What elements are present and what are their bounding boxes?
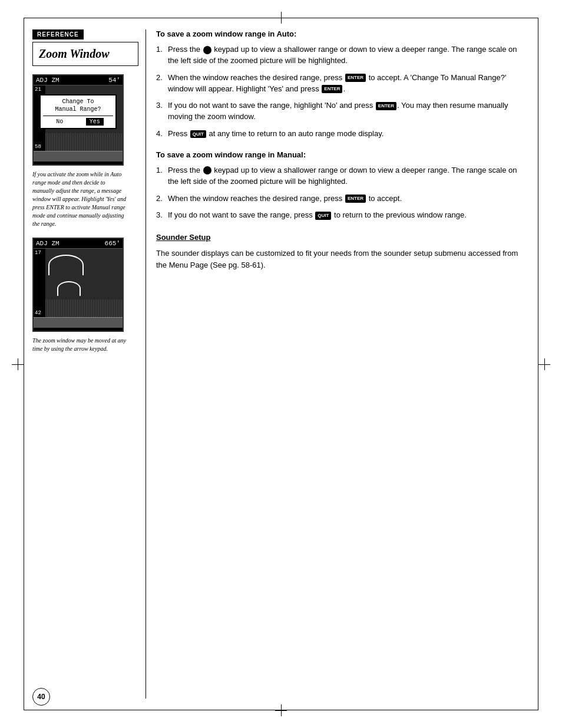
screen2-header-left: ADJ ZM [36, 240, 59, 247]
manual-steps: 1. Press the keypad up to view a shallow… [156, 165, 530, 221]
quit-badge-1: QUIT [190, 130, 206, 139]
keypad-icon-1 [203, 46, 211, 54]
screen1-container: ADJ ZM 54' 21 58 Change To Manual Range? [32, 74, 127, 228]
reference-tag: REFERENCE [32, 29, 84, 39]
auto-step-4: 4. Press QUIT at any time to return to a… [156, 129, 530, 140]
dialog-line1: Change To [43, 98, 113, 106]
dialog-line2: Manual Range? [43, 106, 113, 113]
enter-badge-3: ENTER [376, 102, 396, 110]
manual-step-2: 2. When the window reaches the desired r… [156, 193, 530, 205]
auto-steps: 1. Press the keypad up to view a shallow… [156, 44, 530, 140]
right-column: To save a zoom window range in Auto: 1. … [150, 29, 530, 699]
dialog-yes-btn: Yes [86, 118, 104, 126]
screen1-bottom-bar [34, 151, 123, 162]
page-border-left [24, 18, 24, 710]
screen2-noise [45, 299, 123, 317]
arch-large [48, 255, 84, 275]
auto-step-1: 1. Press the keypad up to view a shallow… [156, 44, 530, 67]
dialog-box: Change To Manual Range? No Yes [39, 94, 117, 129]
screen1-body: 21 58 Change To Manual Range? No Yes [34, 85, 123, 162]
auto-step-2: 2. When the window reaches the desired r… [156, 73, 530, 95]
screen2-container: ADJ ZM 665' 17 42 [32, 238, 127, 353]
crosshair-bottom [275, 704, 287, 716]
auto-section: To save a zoom window range in Auto: 1. … [156, 29, 530, 140]
screen2-body: 17 42 [34, 249, 123, 328]
crosshair-right [538, 358, 550, 370]
screen2-top-val: 17 [35, 250, 44, 256]
manual-section: To save a zoom window range in Manual: 1… [156, 150, 530, 221]
quit-badge-2: QUIT [315, 212, 331, 220]
screen2-scale: 17 42 [34, 249, 45, 317]
screen1-bottom-val: 58 [35, 144, 44, 150]
page-content: REFERENCE Zoom Window ADJ ZM 54' 21 58 [32, 29, 530, 699]
page-number: 40 [32, 688, 50, 706]
crosshair-left [12, 358, 24, 370]
left-column: REFERENCE Zoom Window ADJ ZM 54' 21 58 [32, 29, 150, 699]
screen1-header: ADJ ZM 54' [34, 75, 123, 85]
sounder-section: Sounder Setup The sounder displays can b… [156, 233, 530, 271]
screen1-noise [45, 133, 123, 151]
dialog-buttons: No Yes [43, 116, 113, 126]
auto-step-3: 3. If you do not want to save the range,… [156, 100, 530, 123]
screen1: ADJ ZM 54' 21 58 Change To Manual Range? [32, 74, 124, 166]
dialog-no-btn: No [52, 118, 67, 126]
manual-section-title: To save a zoom window range in Manual: [156, 150, 530, 159]
arch-small [57, 281, 81, 296]
sounder-title: Sounder Setup [156, 233, 530, 242]
screen1-header-right: 54' [108, 77, 120, 84]
screen2-header-right: 665' [105, 240, 120, 247]
crosshair-top [275, 12, 287, 24]
screen1-top-val: 21 [35, 87, 44, 93]
keypad-icon-2 [203, 166, 211, 174]
screen1-header-left: ADJ ZM [36, 77, 59, 84]
enter-badge-2: ENTER [322, 85, 342, 93]
section-title-box: Zoom Window [32, 42, 138, 66]
screen2-caption: The zoom window may be moved at any time… [32, 337, 127, 353]
auto-section-title: To save a zoom window range in Auto: [156, 29, 530, 38]
enter-badge-1: ENTER [345, 74, 366, 82]
enter-badge-4: ENTER [345, 195, 366, 203]
manual-step-3: 3. If you do not want to save the range,… [156, 210, 530, 221]
dialog-title: Change To Manual Range? [43, 98, 113, 113]
manual-step-1: 1. Press the keypad up to view a shallow… [156, 165, 530, 187]
screen2-header: ADJ ZM 665' [34, 239, 123, 249]
screen2: ADJ ZM 665' 17 42 [32, 238, 124, 332]
screen2-bottom-bar [34, 317, 123, 328]
sounder-body: The sounder displays can be customized t… [156, 248, 530, 271]
screen1-caption: If you activate the zoom while in Auto r… [32, 170, 127, 228]
screen2-bottom-val: 42 [35, 310, 44, 316]
